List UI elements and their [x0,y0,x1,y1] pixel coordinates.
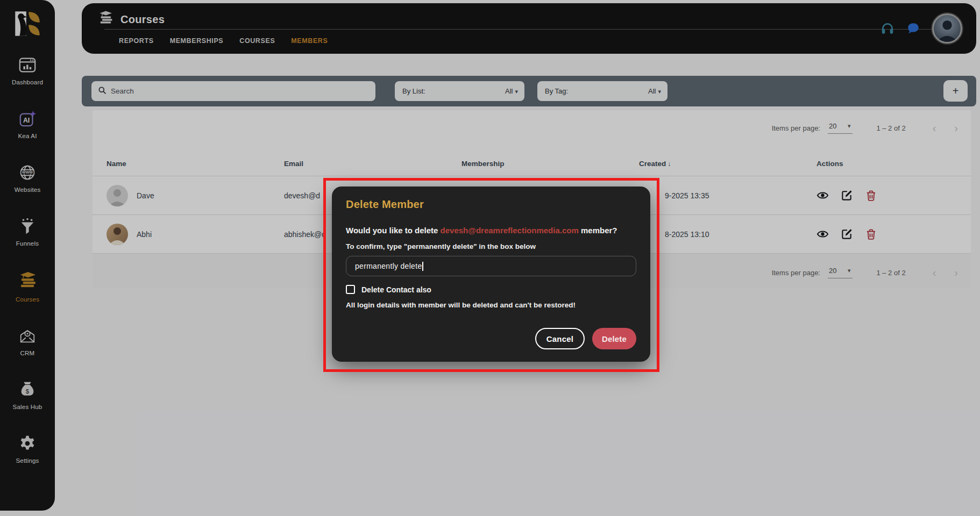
delete-button[interactable]: Delete [592,328,636,349]
confirm-instruction: To confirm, type "permanently delete" in… [346,242,636,250]
confirm-input[interactable]: permanently delete [346,256,636,276]
cancel-button[interactable]: Cancel [535,328,585,349]
confirm-input-value: permanently delete [355,262,422,270]
text-cursor [422,262,423,271]
delete-member-modal: Delete Member Would you like to delete d… [332,187,650,362]
modal-question: Would you like to delete devesh@dreamref… [346,226,636,235]
member-email-highlight: devesh@dreamreflectionmedia.com [441,226,579,235]
checkbox-unchecked-icon[interactable] [346,285,355,294]
modal-warning: All login details with member will be de… [346,301,636,309]
question-prefix: Would you like to delete [346,226,441,235]
delete-contact-checkbox-row[interactable]: Delete Contact also [346,285,636,294]
checkbox-label: Delete Contact also [361,285,431,294]
modal-title: Delete Member [346,198,636,211]
app-window: Dashboard AI Kea AI [0,0,980,516]
question-suffix: member? [579,226,617,235]
